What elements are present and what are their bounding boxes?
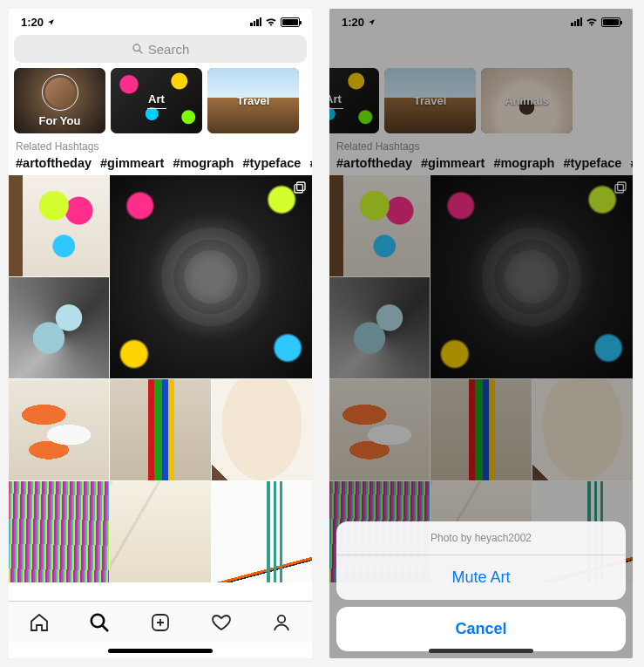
hashtag[interactable]: #artoftheday — [16, 156, 92, 170]
grid-item[interactable] — [110, 379, 210, 480]
tab-search[interactable] — [89, 612, 110, 633]
search-icon — [89, 611, 110, 634]
category-for-you[interactable]: For You — [14, 68, 105, 133]
cellular-signal-icon — [250, 17, 261, 26]
svg-line-5 — [103, 625, 109, 631]
category-travel[interactable]: Travel — [207, 68, 299, 133]
home-indicator-area — [9, 643, 312, 658]
action-sheet-group: Photo by heyach2002 Mute Art — [336, 521, 626, 600]
hashtag[interactable]: #gimmeart — [100, 156, 164, 170]
status-bar: 1:20 — [329, 9, 633, 35]
svg-point-9 — [278, 615, 285, 622]
plus-square-icon — [150, 612, 171, 633]
wifi-icon — [265, 17, 277, 26]
action-sheet-title: Photo by heyach2002 — [336, 521, 626, 555]
svg-point-0 — [133, 44, 140, 51]
profile-icon — [271, 612, 292, 633]
location-services-icon — [47, 18, 55, 26]
tab-activity[interactable] — [211, 612, 232, 633]
phone-action-sheet: 1:20 Art Travel Animals Related Hashtags… — [329, 9, 633, 658]
action-sheet: Photo by heyach2002 Mute Art Cancel — [336, 521, 626, 651]
carousel-icon — [293, 180, 307, 194]
grid-item[interactable] — [110, 481, 210, 582]
category-label: Animals — [505, 94, 549, 107]
hashtag[interactable]: #gimmeart — [421, 156, 485, 170]
home-indicator-area — [329, 643, 633, 658]
grid-item[interactable] — [329, 379, 430, 480]
avatar-ring — [42, 74, 78, 111]
hashtag-row[interactable]: #artoftheday #gimmeart #mograph #typefac… — [329, 153, 633, 175]
tab-profile[interactable] — [271, 612, 292, 633]
category-carousel[interactable]: Art Travel Animals — [329, 68, 633, 140]
category-label: For You — [39, 114, 81, 127]
svg-rect-2 — [297, 182, 305, 190]
svg-rect-3 — [295, 185, 302, 193]
search-input[interactable]: Search — [14, 35, 307, 63]
grid-item[interactable] — [329, 175, 430, 276]
svg-line-1 — [139, 51, 142, 54]
category-art[interactable]: Art — [111, 68, 202, 133]
category-carousel[interactable]: For You Art Travel — [9, 68, 312, 140]
location-services-icon — [368, 18, 376, 26]
home-icon — [29, 612, 50, 633]
grid-item[interactable] — [212, 481, 312, 582]
grid-item[interactable] — [9, 277, 109, 378]
status-time: 1:20 — [21, 16, 44, 29]
wifi-icon — [586, 17, 598, 26]
explore-grid — [9, 175, 312, 601]
phone-explore: 1:20 Search For You Art Travel — [9, 9, 312, 658]
category-label: Travel — [414, 94, 447, 107]
tab-bar — [9, 601, 312, 643]
related-hashtags-label: Related Hashtags — [9, 140, 312, 153]
category-label: Art — [148, 92, 165, 105]
hashtag[interactable]: #artis — [630, 156, 633, 170]
active-underline — [147, 108, 166, 109]
home-indicator[interactable] — [429, 649, 533, 653]
svg-rect-10 — [618, 182, 626, 190]
hashtag[interactable]: #artoftheday — [336, 156, 412, 170]
cellular-signal-icon — [571, 17, 582, 26]
heart-icon — [211, 612, 232, 633]
category-travel[interactable]: Travel — [384, 68, 476, 133]
category-label: Travel — [237, 94, 270, 107]
related-hashtags-label: Related Hashtags — [329, 140, 633, 153]
grid-item[interactable] — [9, 175, 109, 276]
hashtag[interactable]: #mograph — [173, 156, 234, 170]
category-art[interactable]: Art — [329, 68, 379, 133]
search-icon — [132, 43, 144, 55]
hashtag[interactable]: #typeface — [563, 156, 621, 170]
grid-item[interactable] — [9, 481, 109, 582]
svg-point-4 — [92, 614, 104, 626]
grid-item[interactable] — [430, 379, 531, 480]
grid-item[interactable] — [329, 277, 430, 378]
hashtag[interactable]: #typeface — [242, 156, 301, 170]
battery-icon — [601, 17, 620, 27]
grid-item-featured[interactable] — [110, 175, 312, 378]
carousel-icon — [613, 180, 627, 194]
svg-rect-11 — [615, 185, 623, 193]
grid-item[interactable] — [532, 379, 633, 480]
category-animals[interactable]: Animals — [481, 68, 573, 133]
active-underline — [329, 108, 343, 109]
status-time: 1:20 — [342, 16, 364, 29]
hashtag[interactable]: #artis — [309, 156, 312, 170]
tab-home[interactable] — [29, 612, 50, 633]
avatar — [45, 78, 75, 107]
hashtag-row[interactable]: #artoftheday #gimmeart #mograph #typefac… — [9, 153, 312, 175]
search-placeholder: Search — [148, 42, 190, 57]
search-bar-container: Search — [9, 35, 312, 68]
home-indicator[interactable] — [108, 649, 213, 653]
mute-button[interactable]: Mute Art — [336, 555, 626, 600]
grid-item-featured[interactable] — [430, 175, 633, 378]
category-label: Art — [329, 92, 342, 105]
hashtag[interactable]: #mograph — [493, 156, 554, 170]
grid-item[interactable] — [212, 379, 312, 480]
tab-create[interactable] — [150, 612, 171, 633]
status-bar: 1:20 — [9, 9, 312, 35]
battery-icon — [281, 17, 300, 27]
grid-item[interactable] — [9, 379, 109, 480]
